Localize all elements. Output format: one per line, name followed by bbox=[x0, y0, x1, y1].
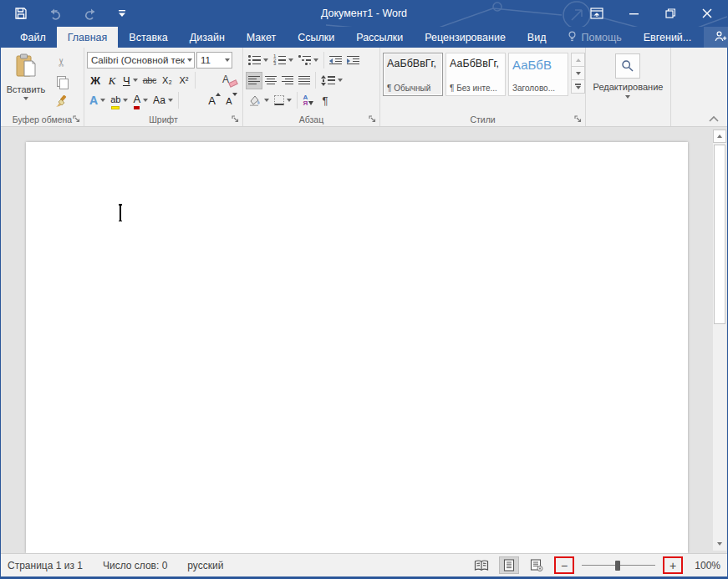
pilcrow-icon: ¶ bbox=[323, 94, 328, 107]
ribbon-display-options-icon[interactable] bbox=[578, 0, 615, 27]
tab-references[interactable]: Ссылки bbox=[287, 27, 345, 48]
bullets-button[interactable] bbox=[246, 52, 271, 69]
clipboard-dialog-launcher-icon[interactable] bbox=[72, 114, 81, 124]
status-bar: Страница 1 из 1 Число слов: 0 русский − … bbox=[1, 553, 727, 576]
page-count-status[interactable]: Страница 1 из 1 bbox=[8, 560, 83, 571]
tab-review[interactable]: Рецензирование bbox=[414, 27, 517, 48]
editing-button[interactable]: Редактирование bbox=[593, 50, 664, 112]
font-name-combobox[interactable]: Calibri (Основной тек bbox=[87, 52, 195, 69]
change-case-button[interactable]: Аа bbox=[150, 92, 176, 109]
tab-view[interactable]: Вид bbox=[517, 27, 557, 48]
customize-qat-icon[interactable] bbox=[118, 10, 126, 18]
increase-indent-button[interactable] bbox=[344, 52, 362, 69]
minimize-icon[interactable] bbox=[615, 0, 652, 27]
collapse-ribbon-icon[interactable] bbox=[707, 114, 720, 124]
zoom-slider[interactable] bbox=[582, 559, 655, 572]
styles-more-icon[interactable] bbox=[571, 79, 585, 94]
styles-scroll-down-icon[interactable] bbox=[571, 66, 585, 80]
word-count-status[interactable]: Число слов: 0 bbox=[103, 560, 167, 571]
show-marks-button[interactable]: ¶ bbox=[317, 92, 333, 109]
align-right-button[interactable] bbox=[279, 72, 296, 89]
styles-dialog-launcher-icon[interactable] bbox=[573, 114, 583, 124]
shading-dropdown-icon bbox=[264, 99, 269, 102]
save-icon[interactable] bbox=[14, 7, 28, 20]
borders-button[interactable] bbox=[272, 92, 294, 109]
scrollbar-thumb[interactable] bbox=[714, 145, 725, 324]
decrease-indent-button[interactable] bbox=[327, 52, 344, 69]
divider bbox=[315, 72, 316, 89]
tab-home[interactable]: Главная bbox=[57, 27, 119, 48]
bold-button[interactable]: Ж bbox=[87, 72, 104, 89]
ribbon-tab-row: Файл Главная Вставка Дизайн Макет Ссылки… bbox=[1, 27, 727, 48]
subscript-button[interactable]: X₂ bbox=[159, 72, 176, 89]
numbering-button[interactable]: 1 2 3 bbox=[271, 52, 296, 69]
font-group: Calibri (Основной тек 11 Ж К Ч abc X₂ X² bbox=[84, 48, 243, 126]
clear-formatting-button[interactable]: А bbox=[220, 72, 240, 89]
document-area[interactable] bbox=[1, 127, 727, 553]
underline-button[interactable]: Ч bbox=[120, 72, 140, 89]
shrink-font-caret-icon bbox=[232, 93, 237, 96]
statusbar-right-cluster: − + 100% bbox=[471, 556, 720, 574]
style-no-spacing[interactable]: АаБбВвГг, ¶ Без инте... bbox=[445, 53, 506, 96]
strikethrough-button[interactable]: abc bbox=[140, 72, 159, 89]
sort-button[interactable]: АЯ bbox=[300, 92, 317, 109]
tab-file[interactable]: Файл bbox=[9, 27, 57, 48]
format-painter-button[interactable] bbox=[50, 92, 72, 110]
print-layout-button[interactable] bbox=[499, 556, 519, 574]
style-normal[interactable]: АаБбВвГг, ¶ Обычный bbox=[383, 53, 443, 96]
language-status[interactable]: русский bbox=[187, 560, 223, 571]
divider bbox=[195, 72, 196, 89]
web-layout-button[interactable] bbox=[527, 556, 547, 574]
tab-design[interactable]: Дизайн bbox=[179, 27, 236, 48]
cut-button[interactable]: ✂ bbox=[50, 53, 72, 71]
paragraph-dialog-launcher-icon[interactable] bbox=[368, 114, 377, 124]
undo-icon[interactable] bbox=[48, 7, 64, 20]
tab-mailings[interactable]: Рассылки bbox=[345, 27, 414, 48]
divider bbox=[297, 92, 298, 109]
tab-layout[interactable]: Макет bbox=[236, 27, 287, 48]
scroll-up-icon[interactable] bbox=[713, 130, 726, 143]
shrink-font-button[interactable]: А bbox=[223, 92, 240, 109]
restore-icon[interactable] bbox=[652, 0, 689, 27]
close-icon[interactable] bbox=[689, 0, 725, 27]
align-center-button[interactable] bbox=[262, 72, 279, 89]
text-effects-dropdown-icon bbox=[100, 99, 105, 102]
copy-button[interactable] bbox=[50, 73, 72, 91]
share-button[interactable]: Общий доступ bbox=[704, 27, 728, 48]
zoom-slider-thumb[interactable] bbox=[615, 561, 620, 571]
editing-group: Редактирование bbox=[586, 48, 671, 126]
increase-indent-icon bbox=[347, 56, 359, 65]
title-bar: Документ1 - Word bbox=[1, 0, 727, 27]
read-mode-button[interactable] bbox=[471, 556, 491, 574]
read-mode-icon bbox=[474, 560, 489, 571]
line-spacing-button[interactable] bbox=[318, 72, 345, 89]
style-heading1[interactable]: АаБбВ Заголово... bbox=[508, 53, 568, 96]
italic-button[interactable]: К bbox=[104, 72, 120, 89]
multilevel-list-button[interactable] bbox=[296, 52, 321, 69]
vertical-scrollbar[interactable] bbox=[713, 130, 726, 551]
shading-button[interactable] bbox=[246, 92, 272, 109]
zoom-out-button[interactable]: − bbox=[558, 560, 570, 571]
zoom-out-annotation-box: − bbox=[554, 556, 574, 574]
font-dialog-launcher-icon[interactable] bbox=[231, 114, 240, 124]
zoom-level[interactable]: 100% bbox=[690, 560, 720, 571]
account-user-button[interactable]: Евгений... bbox=[633, 27, 703, 48]
text-effects-button[interactable]: А bbox=[87, 92, 108, 109]
justify-button[interactable] bbox=[296, 72, 313, 89]
document-page[interactable] bbox=[26, 142, 688, 553]
align-left-button[interactable] bbox=[246, 72, 262, 89]
grow-font-button[interactable]: А bbox=[206, 92, 223, 109]
font-size-combobox[interactable]: 11 bbox=[196, 52, 232, 69]
styles-scroll-up-icon[interactable] bbox=[571, 53, 585, 67]
find-button[interactable] bbox=[615, 53, 640, 79]
scroll-down-icon[interactable] bbox=[713, 537, 726, 551]
highlight-button[interactable]: ab bbox=[108, 92, 130, 109]
paste-button[interactable]: Вставить bbox=[3, 50, 48, 112]
tab-insert[interactable]: Вставка bbox=[118, 27, 178, 48]
zoom-in-button[interactable]: + bbox=[667, 560, 679, 571]
superscript-button[interactable]: X² bbox=[176, 72, 192, 89]
redo-icon[interactable] bbox=[84, 7, 98, 20]
borders-icon bbox=[274, 95, 284, 105]
tab-help-tellme[interactable]: Помощь bbox=[557, 27, 632, 48]
font-color-button[interactable]: А bbox=[130, 92, 150, 109]
